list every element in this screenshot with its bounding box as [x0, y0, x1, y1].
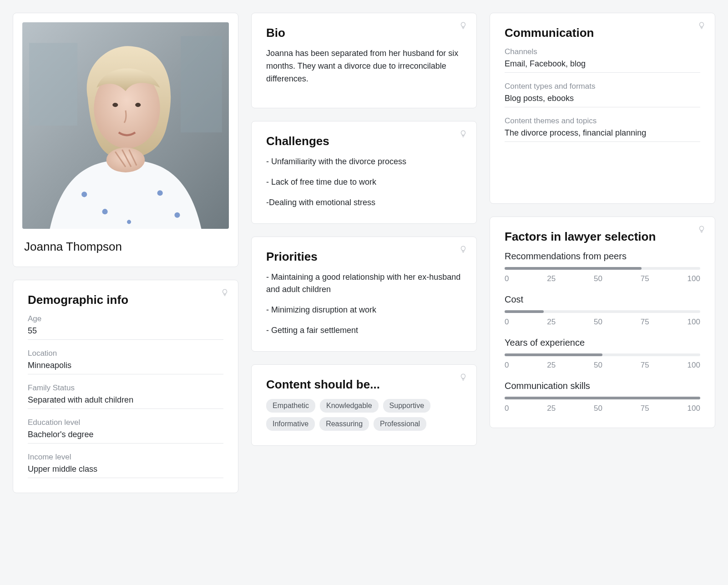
column-3: Communication Channels Email, Facebook, … — [490, 13, 715, 493]
tick: 100 — [688, 274, 700, 283]
field-label: Family Status — [28, 383, 223, 393]
svg-point-7 — [127, 220, 131, 224]
tag[interactable]: Professional — [374, 417, 426, 431]
lightbulb-icon[interactable] — [459, 21, 467, 30]
field-label: Age — [28, 314, 223, 323]
tick: 50 — [594, 318, 602, 327]
field-content-types: Content types and formats Blog posts, eb… — [505, 82, 700, 107]
persona-header-card: Joanna Thompson — [13, 13, 238, 267]
svg-point-11 — [135, 103, 141, 107]
field-income: Income level Upper middle class — [28, 453, 223, 478]
svg-point-12 — [106, 147, 145, 172]
svg-rect-1 — [29, 43, 77, 126]
slider-fill — [505, 397, 700, 399]
slider-label: Years of experience — [505, 338, 700, 348]
slider-label: Communication skills — [505, 381, 700, 391]
svg-point-5 — [157, 190, 163, 196]
list-item: - Lack of free time due to work — [266, 176, 462, 188]
tag[interactable]: Empathetic — [266, 399, 315, 413]
field-value[interactable]: Separated with adult children — [28, 395, 223, 409]
challenges-card: Challenges - Unfamiliarity with the divo… — [251, 121, 477, 224]
list-item: - Getting a fair settlement — [266, 324, 462, 337]
slider-label: Recommendations from peers — [505, 251, 700, 262]
tick: 50 — [594, 274, 602, 283]
lightbulb-icon[interactable] — [698, 21, 706, 30]
list-item: - Minimizing disruption at work — [266, 304, 462, 316]
column-1: Joanna Thompson Demographic info Age 55 … — [13, 13, 238, 493]
tick: 75 — [641, 361, 649, 370]
tick: 0 — [505, 318, 509, 327]
tick: 0 — [505, 404, 509, 413]
svg-rect-2 — [181, 36, 222, 132]
tag[interactable]: Supportive — [383, 399, 431, 413]
slider-experience: Years of experience 0 25 50 75 100 — [505, 338, 700, 370]
lightbulb-icon[interactable] — [459, 130, 467, 138]
demographic-title: Demographic info — [28, 293, 223, 307]
tick: 0 — [505, 274, 509, 283]
tick: 50 — [594, 361, 602, 370]
slider-fill — [505, 267, 642, 270]
communication-title: Communication — [505, 26, 700, 40]
communication-fields: Channels Email, Facebook, blog Content t… — [505, 47, 700, 142]
svg-point-10 — [112, 103, 118, 107]
tag[interactable]: Informative — [266, 417, 315, 431]
lightbulb-icon[interactable] — [698, 225, 706, 233]
tag[interactable]: Knowledgable — [320, 399, 379, 413]
field-value[interactable]: The divorce process, financial planning — [505, 128, 700, 142]
field-location: Location Minneapolis — [28, 349, 223, 374]
field-label: Education level — [28, 418, 223, 427]
tag-list: Empathetic Knowledgable Supportive Infor… — [266, 399, 462, 431]
slider-track[interactable] — [505, 310, 700, 313]
field-value[interactable]: Minneapolis — [28, 361, 223, 374]
field-value[interactable]: Email, Facebook, blog — [505, 59, 700, 73]
field-label: Income level — [28, 453, 223, 462]
priorities-card: Priorities - Maintaining a good relation… — [251, 237, 477, 352]
tick: 25 — [547, 318, 556, 327]
tick: 75 — [641, 318, 649, 327]
bio-title: Bio — [266, 26, 462, 40]
list-item: -Dealing with emotional stress — [266, 197, 462, 209]
lightbulb-icon[interactable] — [459, 245, 467, 253]
field-value[interactable]: 55 — [28, 326, 223, 340]
slider-fill — [505, 353, 602, 356]
lightbulb-icon[interactable] — [459, 373, 467, 381]
tick: 50 — [594, 404, 602, 413]
persona-name: Joanna Thompson — [24, 240, 227, 254]
slider-cost: Cost 0 25 50 75 100 — [505, 294, 700, 327]
field-value[interactable]: Upper middle class — [28, 464, 223, 478]
content-should-be-card: Content should be... Empathetic Knowledg… — [251, 364, 477, 446]
challenges-title: Challenges — [266, 134, 462, 148]
field-family-status: Family Status Separated with adult child… — [28, 383, 223, 409]
slider-track[interactable] — [505, 267, 700, 270]
tick: 25 — [547, 404, 556, 413]
lightbulb-icon[interactable] — [221, 288, 229, 297]
field-education: Education level Bachelor's degree — [28, 418, 223, 444]
factors-sliders: Recommendations from peers 0 25 50 75 10… — [505, 251, 700, 413]
tag[interactable]: Reassuring — [319, 417, 369, 431]
tick: 75 — [641, 404, 649, 413]
factors-card: Factors in lawyer selection Recommendati… — [490, 217, 715, 428]
field-value[interactable]: Blog posts, ebooks — [505, 94, 700, 107]
challenges-list[interactable]: - Unfamiliarity with the divorce process… — [266, 156, 462, 209]
slider-recommendations: Recommendations from peers 0 25 50 75 10… — [505, 251, 700, 283]
persona-avatar — [22, 22, 229, 229]
slider-track[interactable] — [505, 353, 700, 356]
factors-title: Factors in lawyer selection — [505, 230, 700, 244]
field-label: Location — [28, 349, 223, 358]
slider-ticks: 0 25 50 75 100 — [505, 361, 700, 370]
tick: 0 — [505, 361, 509, 370]
slider-track[interactable] — [505, 397, 700, 399]
demographic-fields: Age 55 Location Minneapolis Family Statu… — [28, 314, 223, 478]
tick: 25 — [547, 361, 556, 370]
column-2: Bio Joanna has been separated from her h… — [251, 13, 477, 493]
bio-text[interactable]: Joanna has been separated from her husba… — [266, 47, 462, 86]
content-should-be-title: Content should be... — [266, 378, 462, 392]
field-label: Content types and formats — [505, 82, 700, 91]
slider-fill — [505, 310, 544, 313]
priorities-list[interactable]: - Maintaining a good relationship with h… — [266, 271, 462, 337]
tick: 100 — [688, 404, 700, 413]
field-channels: Channels Email, Facebook, blog — [505, 47, 700, 73]
field-value[interactable]: Bachelor's degree — [28, 430, 223, 444]
field-label: Content themes and topics — [505, 116, 700, 126]
slider-ticks: 0 25 50 75 100 — [505, 274, 700, 283]
